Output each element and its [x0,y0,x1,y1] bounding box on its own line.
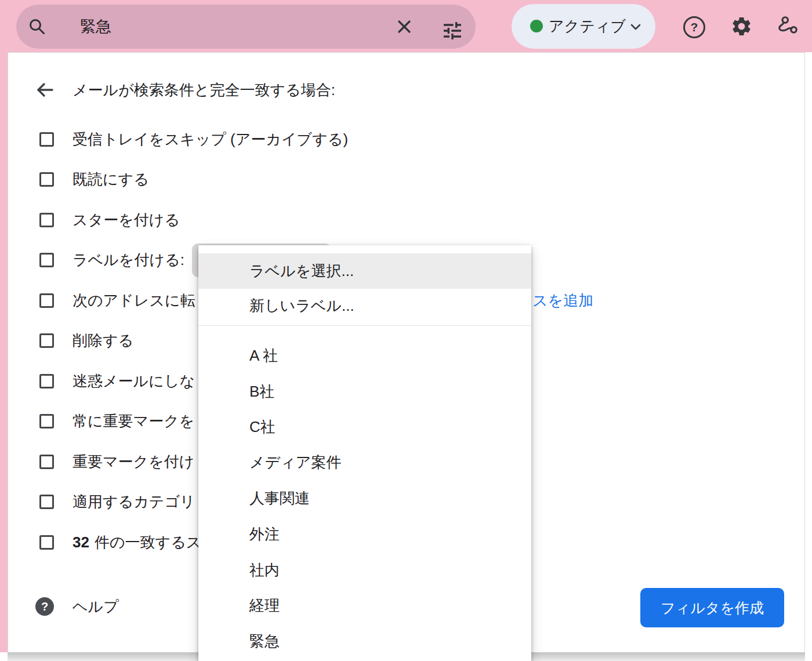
action-row-always-important: 常に重要マークを [39,411,194,431]
action-row-not-spam: 迷惑メールにしな [39,371,195,391]
action-label[interactable]: 適用するカテゴリ [72,492,195,512]
menu-item-label[interactable]: C社 [198,409,531,444]
close-icon[interactable] [395,17,414,36]
help-link[interactable]: ヘルプ [72,596,119,617]
action-row-apply-label: ラベルを付ける: [39,249,184,270]
search-topbar: 緊急 アクティブ ? [0,0,812,52]
action-row-apply-matching: 32 件の一致するス [39,532,201,553]
checkbox[interactable] [39,414,54,428]
checkbox[interactable] [39,253,54,267]
action-label[interactable]: スターを付ける [72,210,180,230]
checkbox[interactable] [39,172,54,187]
action-row-delete: 削除する [39,330,133,351]
menu-item-label[interactable]: 社内 [198,553,531,587]
settings-icon[interactable] [730,15,753,38]
action-label[interactable]: 迷惑メールにしな [72,371,195,391]
checkbox[interactable] [39,374,54,388]
help-filled-icon[interactable]: ? [35,597,54,616]
action-row-star: スターを付ける [39,209,180,230]
menu-item-label[interactable]: メディア案件 [198,445,531,480]
label-dropdown-menu: ラベルを選択... 新しいラベル... A 社 B社 C社 メディア案件 人事関… [198,245,531,661]
menu-item-label[interactable]: B社 [198,374,531,409]
checkbox[interactable] [39,495,54,509]
menu-item-choose-label[interactable]: ラベルを選択... [198,253,531,289]
gmail-filter-screen: 緊急 アクティブ ? [0,0,812,661]
chevron-down-icon [629,23,642,31]
action-label[interactable]: 重要マークを付け [72,452,194,472]
add-forwarding-address-link[interactable]: スを追加 [532,290,593,311]
page-title: メールが検索条件と完全一致する場合: [72,79,335,100]
action-label[interactable]: 受信トレイをスキップ (アーカイブする) [72,129,348,150]
menu-item-label[interactable]: 緊急 [198,624,531,659]
action-row-category: 適用するカテゴリ [39,491,195,512]
menu-item-label[interactable]: 外注 [198,517,531,551]
action-label[interactable]: ラベルを付ける: [72,250,184,270]
action-label[interactable]: 削除する [72,330,133,351]
matching-count: 32 [72,533,89,551]
back-arrow-icon[interactable] [34,79,55,100]
checkbox[interactable] [39,333,54,348]
search-input[interactable]: 緊急 [80,5,111,49]
route-icon[interactable] [776,14,800,38]
menu-divider [198,325,531,326]
action-label[interactable]: 常に重要マークを [72,411,194,431]
help-icon[interactable]: ? [683,16,705,38]
status-chip[interactable]: アクティブ [512,4,655,49]
checkbox[interactable] [39,293,54,308]
action-row-mark-read: 既読にする [39,169,149,190]
checkbox[interactable] [39,213,54,227]
page-left-edge [0,52,8,652]
search-bar[interactable]: 緊急 [16,5,476,49]
menu-item-label[interactable]: A 社 [198,338,531,373]
action-label[interactable]: 既読にする [72,169,149,190]
tune-icon[interactable] [441,19,464,42]
menu-item-new-label[interactable]: 新しいラベル... [198,288,531,323]
status-chip-label: アクティブ [549,4,626,49]
menu-item-label[interactable]: 経理 [198,588,531,623]
search-icon [28,17,46,36]
action-label[interactable]: 次のアドレスに転 [72,290,195,311]
status-dot-icon [530,20,543,32]
checkbox[interactable] [39,132,54,147]
checkbox[interactable] [39,455,54,469]
menu-item-label[interactable]: 人事関連 [198,481,531,515]
checkbox[interactable] [39,535,54,550]
action-row-skip-inbox: 受信トレイをスキップ (アーカイブする) [39,129,348,150]
action-row-never-important: 重要マークを付け [39,451,194,472]
action-row-forward: 次のアドレスに転 [39,290,195,311]
action-label[interactable]: 件の一致するス [95,532,201,553]
create-filter-button[interactable]: フィルタを作成 [640,588,784,627]
